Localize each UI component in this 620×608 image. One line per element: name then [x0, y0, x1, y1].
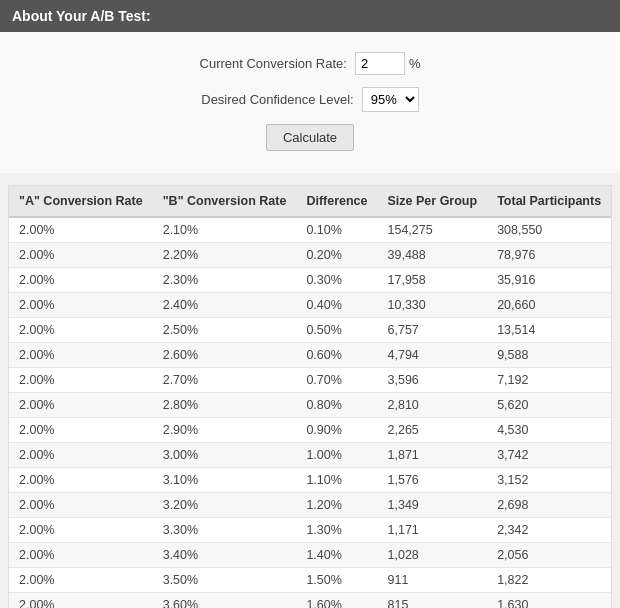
table-cell: 13,514	[487, 318, 611, 343]
conversion-rate-input[interactable]	[355, 52, 405, 75]
table-cell: 2.60%	[153, 343, 297, 368]
table-cell: 3.00%	[153, 443, 297, 468]
table-cell: 2.00%	[9, 468, 153, 493]
table-row: 2.00%3.20%1.20%1,3492,69895%	[9, 493, 611, 518]
table-cell: 2.00%	[9, 443, 153, 468]
table-cell: 4,530	[487, 418, 611, 443]
table-cell: 5,620	[487, 393, 611, 418]
table-cell: 0.80%	[296, 393, 377, 418]
table-row: 2.00%2.60%0.60%4,7949,58895%	[9, 343, 611, 368]
col-a-rate: "A" Conversion Rate	[9, 186, 153, 217]
table-cell: 2,698	[487, 493, 611, 518]
calculate-row: Calculate	[0, 124, 620, 151]
table-cell: 17,958	[378, 268, 488, 293]
table-row: 2.00%2.40%0.40%10,33020,66095%	[9, 293, 611, 318]
table-row: 2.00%3.40%1.40%1,0282,05695%	[9, 543, 611, 568]
table-cell: 1.60%	[296, 593, 377, 609]
conversion-rate-row: Current Conversion Rate: %	[0, 52, 620, 75]
table-cell: 2.10%	[153, 217, 297, 243]
table-cell: 0.30%	[296, 268, 377, 293]
table-cell: 2.00%	[9, 593, 153, 609]
table-header: "A" Conversion Rate "B" Conversion Rate …	[9, 186, 611, 217]
confidence-level-label: Desired Confidence Level:	[201, 92, 353, 107]
table-cell: 0.60%	[296, 343, 377, 368]
table-cell: 2.00%	[9, 318, 153, 343]
confidence-level-row: Desired Confidence Level: 90% 95% 99%	[0, 87, 620, 112]
table-cell: 0.10%	[296, 217, 377, 243]
table-cell: 2.00%	[9, 293, 153, 318]
table-cell: 1,822	[487, 568, 611, 593]
table-cell: 1.50%	[296, 568, 377, 593]
table-cell: 2,265	[378, 418, 488, 443]
table-cell: 2.70%	[153, 368, 297, 393]
table-row: 2.00%2.80%0.80%2,8105,62095%	[9, 393, 611, 418]
confidence-level-select[interactable]: 90% 95% 99%	[362, 87, 419, 112]
table-cell: 2.30%	[153, 268, 297, 293]
table-cell: 39,488	[378, 243, 488, 268]
table-row: 2.00%2.50%0.50%6,75713,51495%	[9, 318, 611, 343]
page-title: About Your A/B Test:	[12, 8, 151, 24]
results-table: "A" Conversion Rate "B" Conversion Rate …	[9, 186, 611, 608]
table-cell: 2.20%	[153, 243, 297, 268]
col-b-rate: "B" Conversion Rate	[153, 186, 297, 217]
form-section: Current Conversion Rate: % Desired Confi…	[0, 32, 620, 173]
table-cell: 2.50%	[153, 318, 297, 343]
table-cell: 2.00%	[9, 568, 153, 593]
table-row: 2.00%3.50%1.50%9111,82295%	[9, 568, 611, 593]
header-row: "A" Conversion Rate "B" Conversion Rate …	[9, 186, 611, 217]
table-cell: 7,192	[487, 368, 611, 393]
table-row: 2.00%3.10%1.10%1,5763,15295%	[9, 468, 611, 493]
table-cell: 9,588	[487, 343, 611, 368]
table-cell: 1.30%	[296, 518, 377, 543]
table-cell: 0.70%	[296, 368, 377, 393]
table-cell: 1.10%	[296, 468, 377, 493]
table-cell: 154,275	[378, 217, 488, 243]
table-row: 2.00%2.10%0.10%154,275308,55095%	[9, 217, 611, 243]
table-cell: 1,576	[378, 468, 488, 493]
table-row: 2.00%2.20%0.20%39,48878,97695%	[9, 243, 611, 268]
results-table-section: "A" Conversion Rate "B" Conversion Rate …	[8, 185, 612, 608]
table-cell: 1,349	[378, 493, 488, 518]
table-cell: 911	[378, 568, 488, 593]
table-cell: 2.00%	[9, 518, 153, 543]
table-row: 2.00%2.70%0.70%3,5967,19295%	[9, 368, 611, 393]
table-cell: 2.00%	[9, 493, 153, 518]
table-cell: 0.50%	[296, 318, 377, 343]
table-cell: 3,596	[378, 368, 488, 393]
table-cell: 2.80%	[153, 393, 297, 418]
table-cell: 2.00%	[9, 243, 153, 268]
table-cell: 3.40%	[153, 543, 297, 568]
table-row: 2.00%3.00%1.00%1,8713,74295%	[9, 443, 611, 468]
table-cell: 2.00%	[9, 393, 153, 418]
table-cell: 3.30%	[153, 518, 297, 543]
table-cell: 3.60%	[153, 593, 297, 609]
table-cell: 1.00%	[296, 443, 377, 468]
table-cell: 2,056	[487, 543, 611, 568]
table-cell: 308,550	[487, 217, 611, 243]
table-cell: 3,152	[487, 468, 611, 493]
table-cell: 20,660	[487, 293, 611, 318]
table-cell: 3.20%	[153, 493, 297, 518]
table-cell: 3,742	[487, 443, 611, 468]
table-cell: 2.00%	[9, 543, 153, 568]
page-header: About Your A/B Test:	[0, 0, 620, 32]
table-cell: 2.40%	[153, 293, 297, 318]
table-cell: 78,976	[487, 243, 611, 268]
table-row: 2.00%2.90%0.90%2,2654,53095%	[9, 418, 611, 443]
table-cell: 1,028	[378, 543, 488, 568]
table-body: 2.00%2.10%0.10%154,275308,55095%2.00%2.2…	[9, 217, 611, 608]
table-cell: 3.50%	[153, 568, 297, 593]
calculate-button[interactable]: Calculate	[266, 124, 354, 151]
pct-symbol: %	[409, 56, 421, 71]
table-row: 2.00%2.30%0.30%17,95835,91695%	[9, 268, 611, 293]
table-row: 2.00%3.30%1.30%1,1712,34295%	[9, 518, 611, 543]
table-cell: 2.00%	[9, 368, 153, 393]
table-cell: 2.00%	[9, 343, 153, 368]
table-cell: 1,630	[487, 593, 611, 609]
table-cell: 6,757	[378, 318, 488, 343]
table-wrapper: "A" Conversion Rate "B" Conversion Rate …	[9, 186, 611, 608]
page-wrapper: About Your A/B Test: Current Conversion …	[0, 0, 620, 608]
table-cell: 2.00%	[9, 418, 153, 443]
table-cell: 35,916	[487, 268, 611, 293]
table-cell: 1.40%	[296, 543, 377, 568]
